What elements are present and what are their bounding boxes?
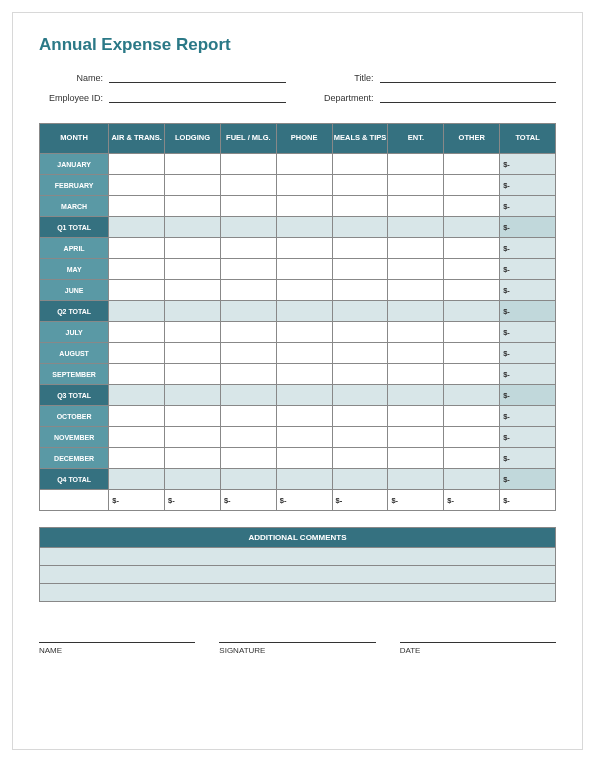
expense-cell[interactable] — [109, 448, 165, 469]
expense-cell[interactable] — [388, 154, 444, 175]
expense-cell[interactable] — [388, 406, 444, 427]
expense-cell[interactable] — [165, 322, 221, 343]
expense-cell[interactable] — [444, 196, 500, 217]
expense-cell[interactable] — [109, 196, 165, 217]
expense-cell[interactable] — [332, 343, 388, 364]
expense-cell[interactable] — [444, 259, 500, 280]
expense-cell[interactable] — [220, 322, 276, 343]
expense-cell[interactable] — [109, 364, 165, 385]
expense-cell[interactable] — [220, 238, 276, 259]
row-label: OCTOBER — [40, 406, 109, 427]
expense-cell[interactable] — [444, 427, 500, 448]
expense-cell[interactable] — [109, 343, 165, 364]
expense-cell: $- — [220, 490, 276, 511]
row-label: JANUARY — [40, 154, 109, 175]
expense-cell[interactable] — [165, 196, 221, 217]
expense-cell[interactable] — [388, 238, 444, 259]
expense-cell[interactable] — [332, 406, 388, 427]
expense-cell[interactable] — [165, 448, 221, 469]
expense-cell[interactable] — [388, 196, 444, 217]
expense-cell[interactable] — [165, 154, 221, 175]
expense-cell[interactable] — [165, 259, 221, 280]
expense-cell[interactable] — [165, 427, 221, 448]
expense-cell[interactable] — [276, 322, 332, 343]
employee-id-input[interactable] — [109, 91, 286, 103]
col-total: TOTAL — [500, 124, 556, 154]
expense-cell[interactable] — [444, 280, 500, 301]
expense-cell[interactable] — [388, 175, 444, 196]
expense-cell[interactable] — [388, 322, 444, 343]
expense-cell[interactable] — [109, 280, 165, 301]
expense-cell[interactable] — [388, 343, 444, 364]
expense-cell[interactable] — [276, 427, 332, 448]
expense-cell[interactable] — [109, 427, 165, 448]
expense-cell[interactable] — [220, 259, 276, 280]
expense-cell[interactable] — [444, 154, 500, 175]
expense-cell[interactable] — [220, 154, 276, 175]
expense-cell[interactable] — [444, 238, 500, 259]
comments-row[interactable] — [39, 584, 556, 602]
expense-cell[interactable] — [109, 238, 165, 259]
row-total: $- — [500, 280, 556, 301]
expense-cell[interactable] — [332, 175, 388, 196]
expense-cell[interactable] — [220, 343, 276, 364]
expense-cell[interactable] — [220, 364, 276, 385]
expense-cell[interactable] — [165, 406, 221, 427]
expense-cell[interactable] — [332, 427, 388, 448]
expense-cell[interactable] — [332, 238, 388, 259]
expense-cell[interactable] — [444, 448, 500, 469]
expense-cell[interactable] — [276, 280, 332, 301]
expense-cell[interactable] — [276, 406, 332, 427]
expense-cell[interactable] — [276, 175, 332, 196]
expense-cell[interactable] — [388, 448, 444, 469]
expense-cell[interactable] — [220, 175, 276, 196]
table-row: APRIL$- — [40, 238, 556, 259]
expense-cell — [276, 301, 332, 322]
expense-cell[interactable] — [220, 427, 276, 448]
comments-row[interactable] — [39, 548, 556, 566]
expense-cell — [332, 385, 388, 406]
expense-cell[interactable] — [332, 364, 388, 385]
expense-cell[interactable] — [444, 343, 500, 364]
expense-cell[interactable] — [276, 238, 332, 259]
expense-cell[interactable] — [276, 448, 332, 469]
expense-cell[interactable] — [220, 196, 276, 217]
expense-cell[interactable] — [332, 322, 388, 343]
expense-cell[interactable] — [388, 364, 444, 385]
expense-cell[interactable] — [165, 364, 221, 385]
expense-cell[interactable] — [332, 280, 388, 301]
expense-cell[interactable] — [220, 448, 276, 469]
expense-cell[interactable] — [444, 322, 500, 343]
expense-cell[interactable] — [276, 154, 332, 175]
department-input[interactable] — [380, 91, 557, 103]
expense-cell[interactable] — [220, 406, 276, 427]
expense-cell[interactable] — [276, 259, 332, 280]
expense-cell[interactable] — [332, 259, 388, 280]
expense-cell[interactable] — [444, 364, 500, 385]
expense-cell[interactable] — [332, 196, 388, 217]
expense-cell[interactable] — [444, 406, 500, 427]
title-input[interactable] — [380, 71, 557, 83]
expense-cell[interactable] — [276, 196, 332, 217]
expense-cell[interactable] — [109, 322, 165, 343]
expense-cell[interactable] — [109, 175, 165, 196]
expense-cell[interactable] — [220, 280, 276, 301]
expense-cell[interactable] — [388, 427, 444, 448]
comments-row[interactable] — [39, 566, 556, 584]
expense-cell[interactable] — [332, 154, 388, 175]
expense-cell[interactable] — [388, 259, 444, 280]
expense-cell[interactable] — [276, 343, 332, 364]
expense-cell[interactable] — [165, 280, 221, 301]
expense-cell[interactable] — [109, 406, 165, 427]
expense-cell[interactable] — [165, 343, 221, 364]
expense-cell[interactable] — [332, 448, 388, 469]
expense-cell[interactable] — [388, 280, 444, 301]
expense-cell[interactable] — [165, 175, 221, 196]
expense-cell[interactable] — [276, 364, 332, 385]
expense-cell[interactable] — [109, 259, 165, 280]
expense-cell[interactable] — [444, 175, 500, 196]
expense-cell[interactable] — [165, 238, 221, 259]
expense-cell — [165, 301, 221, 322]
expense-cell[interactable] — [109, 154, 165, 175]
name-input[interactable] — [109, 71, 286, 83]
